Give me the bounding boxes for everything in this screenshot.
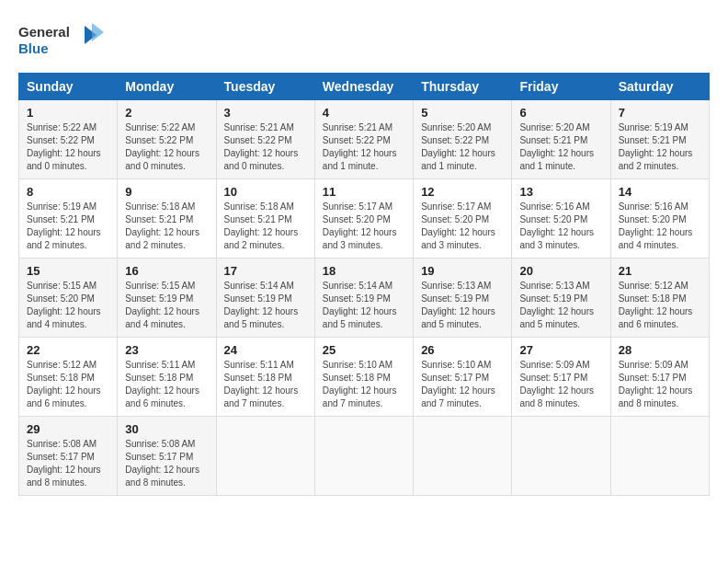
- day-number: 22: [27, 343, 109, 357]
- day-number: 30: [125, 422, 208, 436]
- calendar-week-row: 8 Sunrise: 5:19 AM Sunset: 5:21 PM Dayli…: [19, 179, 710, 259]
- calendar-cell: 17 Sunrise: 5:14 AM Sunset: 5:19 PM Dayl…: [216, 259, 314, 338]
- page-header: General Blue: [18, 18, 710, 63]
- day-info: Sunrise: 5:18 AM Sunset: 5:21 PM Dayligh…: [125, 201, 208, 252]
- calendar-table: SundayMondayTuesdayWednesdayThursdayFrid…: [18, 73, 710, 496]
- day-info: Sunrise: 5:12 AM Sunset: 5:18 PM Dayligh…: [27, 359, 109, 410]
- calendar-cell: 26 Sunrise: 5:10 AM Sunset: 5:17 PM Dayl…: [414, 338, 512, 417]
- calendar-cell: 24 Sunrise: 5:11 AM Sunset: 5:18 PM Dayl…: [216, 338, 314, 417]
- calendar-cell: 29 Sunrise: 5:08 AM Sunset: 5:17 PM Dayl…: [19, 417, 118, 496]
- day-info: Sunrise: 5:19 AM Sunset: 5:21 PM Dayligh…: [27, 201, 109, 252]
- calendar-header-row: SundayMondayTuesdayWednesdayThursdayFrid…: [19, 74, 710, 100]
- calendar-cell: 1 Sunrise: 5:22 AM Sunset: 5:22 PM Dayli…: [19, 100, 118, 179]
- calendar-cell: [414, 417, 512, 496]
- day-number: 4: [323, 106, 405, 120]
- day-number: 9: [125, 185, 208, 199]
- day-number: 2: [125, 106, 208, 120]
- calendar-cell: 16 Sunrise: 5:15 AM Sunset: 5:19 PM Dayl…: [118, 259, 216, 338]
- day-info: Sunrise: 5:13 AM Sunset: 5:19 PM Dayligh…: [519, 280, 602, 331]
- calendar-cell: 30 Sunrise: 5:08 AM Sunset: 5:17 PM Dayl…: [118, 417, 216, 496]
- day-info: Sunrise: 5:17 AM Sunset: 5:20 PM Dayligh…: [323, 201, 405, 252]
- calendar-cell: 22 Sunrise: 5:12 AM Sunset: 5:18 PM Dayl…: [19, 338, 118, 417]
- calendar-header-monday: Monday: [118, 74, 216, 100]
- day-info: Sunrise: 5:09 AM Sunset: 5:17 PM Dayligh…: [619, 359, 701, 410]
- day-number: 18: [323, 264, 405, 278]
- calendar-cell: [610, 417, 709, 496]
- day-info: Sunrise: 5:13 AM Sunset: 5:19 PM Dayligh…: [421, 280, 504, 331]
- day-info: Sunrise: 5:22 AM Sunset: 5:22 PM Dayligh…: [27, 121, 109, 173]
- calendar-header-sunday: Sunday: [19, 74, 118, 100]
- calendar-header-thursday: Thursday: [414, 74, 512, 100]
- calendar-cell: 20 Sunrise: 5:13 AM Sunset: 5:19 PM Dayl…: [512, 259, 610, 338]
- svg-marker-3: [92, 23, 104, 41]
- calendar-cell: 15 Sunrise: 5:15 AM Sunset: 5:20 PM Dayl…: [19, 259, 118, 338]
- calendar-header-tuesday: Tuesday: [216, 74, 314, 100]
- calendar-cell: [314, 417, 413, 496]
- day-info: Sunrise: 5:10 AM Sunset: 5:18 PM Dayligh…: [323, 359, 405, 410]
- day-info: Sunrise: 5:12 AM Sunset: 5:18 PM Dayligh…: [619, 280, 701, 331]
- logo: General Blue: [18, 18, 110, 63]
- calendar-body: 1 Sunrise: 5:22 AM Sunset: 5:22 PM Dayli…: [19, 100, 710, 496]
- day-info: Sunrise: 5:16 AM Sunset: 5:20 PM Dayligh…: [519, 201, 602, 252]
- calendar-cell: 25 Sunrise: 5:10 AM Sunset: 5:18 PM Dayl…: [314, 338, 413, 417]
- calendar-header-friday: Friday: [512, 74, 610, 100]
- day-info: Sunrise: 5:17 AM Sunset: 5:20 PM Dayligh…: [421, 201, 504, 252]
- calendar-cell: [512, 417, 610, 496]
- day-number: 28: [619, 343, 701, 357]
- calendar-cell: 10 Sunrise: 5:18 AM Sunset: 5:21 PM Dayl…: [216, 179, 314, 259]
- calendar-cell: 19 Sunrise: 5:13 AM Sunset: 5:19 PM Dayl…: [414, 259, 512, 338]
- day-number: 17: [224, 264, 307, 278]
- day-info: Sunrise: 5:20 AM Sunset: 5:21 PM Dayligh…: [519, 121, 602, 173]
- calendar-cell: 11 Sunrise: 5:17 AM Sunset: 5:20 PM Dayl…: [314, 179, 413, 259]
- calendar-cell: 28 Sunrise: 5:09 AM Sunset: 5:17 PM Dayl…: [610, 338, 709, 417]
- day-number: 15: [27, 264, 109, 278]
- calendar-cell: 8 Sunrise: 5:19 AM Sunset: 5:21 PM Dayli…: [19, 179, 118, 259]
- day-info: Sunrise: 5:10 AM Sunset: 5:17 PM Dayligh…: [421, 359, 504, 410]
- calendar-cell: 18 Sunrise: 5:14 AM Sunset: 5:19 PM Dayl…: [314, 259, 413, 338]
- day-info: Sunrise: 5:09 AM Sunset: 5:17 PM Dayligh…: [519, 359, 602, 410]
- day-info: Sunrise: 5:21 AM Sunset: 5:22 PM Dayligh…: [323, 121, 405, 173]
- day-number: 8: [27, 185, 109, 199]
- day-number: 3: [224, 106, 307, 120]
- calendar-cell: 13 Sunrise: 5:16 AM Sunset: 5:20 PM Dayl…: [512, 179, 610, 259]
- day-number: 27: [519, 343, 602, 357]
- calendar-cell: 2 Sunrise: 5:22 AM Sunset: 5:22 PM Dayli…: [118, 100, 216, 179]
- day-number: 10: [224, 185, 307, 199]
- day-info: Sunrise: 5:15 AM Sunset: 5:19 PM Dayligh…: [125, 280, 208, 331]
- calendar-cell: 7 Sunrise: 5:19 AM Sunset: 5:21 PM Dayli…: [610, 100, 709, 179]
- calendar-cell: 27 Sunrise: 5:09 AM Sunset: 5:17 PM Dayl…: [512, 338, 610, 417]
- day-number: 29: [27, 422, 109, 436]
- calendar-cell: 5 Sunrise: 5:20 AM Sunset: 5:22 PM Dayli…: [414, 100, 512, 179]
- day-number: 1: [27, 106, 109, 120]
- calendar-week-row: 1 Sunrise: 5:22 AM Sunset: 5:22 PM Dayli…: [19, 100, 710, 179]
- day-number: 23: [125, 343, 208, 357]
- day-info: Sunrise: 5:14 AM Sunset: 5:19 PM Dayligh…: [224, 280, 307, 331]
- calendar-cell: 4 Sunrise: 5:21 AM Sunset: 5:22 PM Dayli…: [314, 100, 413, 179]
- day-info: Sunrise: 5:15 AM Sunset: 5:20 PM Dayligh…: [27, 280, 109, 331]
- svg-text:General: General: [18, 24, 70, 40]
- day-info: Sunrise: 5:18 AM Sunset: 5:21 PM Dayligh…: [224, 201, 307, 252]
- day-info: Sunrise: 5:21 AM Sunset: 5:22 PM Dayligh…: [224, 121, 307, 173]
- day-number: 12: [421, 185, 504, 199]
- day-number: 21: [619, 264, 701, 278]
- calendar-week-row: 29 Sunrise: 5:08 AM Sunset: 5:17 PM Dayl…: [19, 417, 710, 496]
- day-number: 6: [519, 106, 602, 120]
- day-info: Sunrise: 5:08 AM Sunset: 5:17 PM Dayligh…: [27, 438, 109, 489]
- calendar-cell: 9 Sunrise: 5:18 AM Sunset: 5:21 PM Dayli…: [118, 179, 216, 259]
- calendar-cell: 12 Sunrise: 5:17 AM Sunset: 5:20 PM Dayl…: [414, 179, 512, 259]
- day-number: 19: [421, 264, 504, 278]
- day-number: 13: [519, 185, 602, 199]
- day-number: 26: [421, 343, 504, 357]
- day-number: 24: [224, 343, 307, 357]
- calendar-week-row: 15 Sunrise: 5:15 AM Sunset: 5:20 PM Dayl…: [19, 259, 710, 338]
- calendar-cell: 6 Sunrise: 5:20 AM Sunset: 5:21 PM Dayli…: [512, 100, 610, 179]
- day-info: Sunrise: 5:11 AM Sunset: 5:18 PM Dayligh…: [224, 359, 307, 410]
- day-number: 5: [421, 106, 504, 120]
- day-number: 11: [323, 185, 405, 199]
- day-number: 16: [125, 264, 208, 278]
- day-number: 20: [519, 264, 602, 278]
- day-info: Sunrise: 5:11 AM Sunset: 5:18 PM Dayligh…: [125, 359, 208, 410]
- svg-text:Blue: Blue: [18, 40, 49, 56]
- day-number: 7: [619, 106, 701, 120]
- day-info: Sunrise: 5:19 AM Sunset: 5:21 PM Dayligh…: [619, 121, 701, 173]
